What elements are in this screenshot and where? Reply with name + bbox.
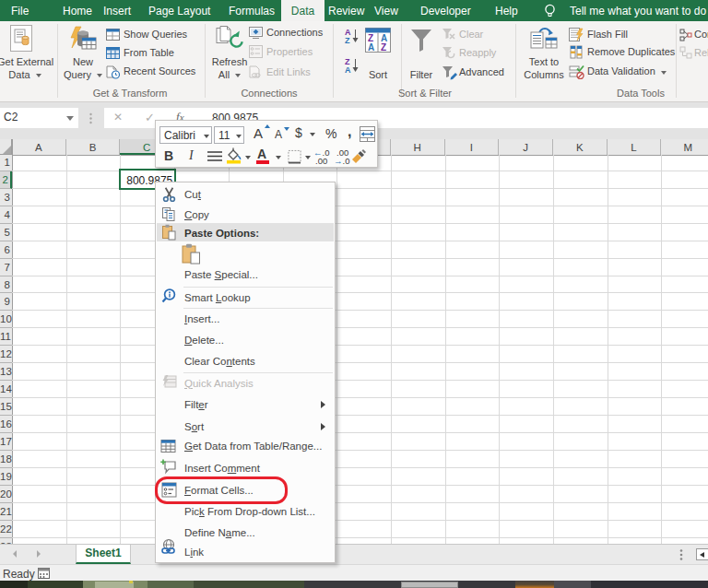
svg-text:Z: Z	[381, 42, 386, 53]
svg-text:A: A	[368, 42, 374, 53]
